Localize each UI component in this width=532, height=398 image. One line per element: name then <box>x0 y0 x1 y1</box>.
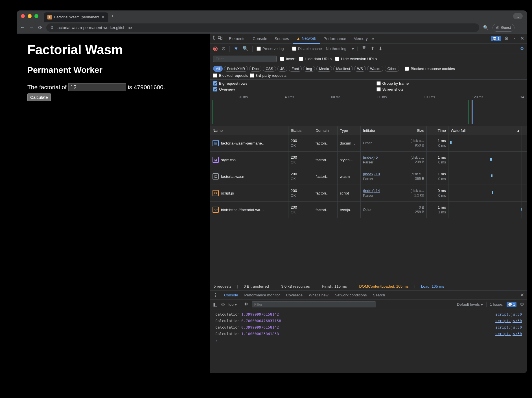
log-source-link[interactable]: script.js:30 <box>495 312 522 316</box>
console-log-line[interactable]: Calculation1.399999976158142script.js:30 <box>210 311 527 318</box>
col-name[interactable]: Name <box>210 126 288 135</box>
filter-pill-media[interactable]: Media <box>316 66 332 72</box>
filter-pill-img[interactable]: Img <box>303 66 315 72</box>
network-settings-icon[interactable]: ⚙ <box>520 46 524 52</box>
factorial-input[interactable] <box>68 83 126 91</box>
filter-toggle-icon[interactable]: ▼ <box>234 46 238 52</box>
devtools-close-button[interactable]: ✕ <box>520 36 524 41</box>
console-filter-input[interactable] <box>252 301 376 307</box>
tab-close-button[interactable]: ✕ <box>102 15 105 19</box>
tab-sources[interactable]: Sources <box>271 34 293 44</box>
hide-data-urls-checkbox[interactable]: Hide data URLs <box>299 57 332 61</box>
devtools-menu-button[interactable]: ⋮ <box>512 36 517 41</box>
log-source-link[interactable]: script.js:30 <box>495 332 522 336</box>
overview-timeline[interactable]: 20 ms40 ms60 ms80 ms100 ms120 ms14 <box>210 94 527 126</box>
log-source-link[interactable]: script.js:30 <box>495 319 522 323</box>
issue-chip[interactable]: 💬1 <box>507 302 516 307</box>
initiator-cell[interactable]: (index):5Parser <box>361 152 401 168</box>
browser-tab[interactable]: f Factorial Wasm (permanent ✕ <box>44 12 108 22</box>
tab-memory[interactable]: Memory <box>350 34 371 44</box>
record-button[interactable] <box>213 47 218 51</box>
console-settings-icon[interactable]: ⚙ <box>520 301 524 307</box>
console-prompt[interactable]: › <box>210 337 527 344</box>
filter-pill-manifest[interactable]: Manifest <box>333 66 353 72</box>
col-domain[interactable]: Domain <box>313 126 338 135</box>
tab-elements[interactable]: Elements <box>225 34 249 44</box>
disable-cache-checkbox[interactable]: Disable cache <box>292 47 322 51</box>
filter-input[interactable] <box>213 56 277 62</box>
console-clear-button[interactable]: ⊘ <box>221 301 225 307</box>
request-name-cell[interactable]: ◪style.css <box>210 152 288 168</box>
window-maximize-button[interactable] <box>34 14 38 18</box>
drawer-tab-coverage[interactable]: Coverage <box>286 293 303 297</box>
tab-performance[interactable]: Performance <box>320 34 350 44</box>
request-name-cell[interactable]: <>blob:https://factorial-wa… <box>210 202 288 218</box>
upload-har-icon[interactable]: ⬆ <box>371 46 375 52</box>
live-expression-icon[interactable]: 👁 <box>244 302 248 307</box>
blocked-requests-checkbox[interactable]: Blocked requests <box>213 73 248 78</box>
window-minimize-button[interactable] <box>28 14 32 18</box>
filter-pill-other[interactable]: Other <box>385 66 400 72</box>
drawer-tab-console[interactable]: Console <box>224 293 238 297</box>
zoom-icon[interactable]: 🔍 <box>483 25 489 30</box>
overview-checkbox[interactable]: Overview <box>213 87 235 91</box>
console-sidebar-toggle[interactable]: ◧ <box>213 301 218 307</box>
settings-icon[interactable]: ⚙ <box>504 36 509 41</box>
console-log-line[interactable]: Calculation0.7000000476837158script.js:3… <box>210 318 527 324</box>
col-type[interactable]: Type <box>338 126 361 135</box>
new-tab-button[interactable]: + <box>111 13 114 19</box>
drawer-close-button[interactable]: ✕ <box>520 292 524 298</box>
context-select[interactable]: top ▾ <box>228 302 240 307</box>
invert-checkbox[interactable]: Invert <box>280 57 295 61</box>
filter-pill-css[interactable]: CSS <box>263 66 276 72</box>
calculate-button[interactable]: Calculate <box>27 93 51 101</box>
drawer-tab-perfmon[interactable]: Performance monitor <box>244 293 280 297</box>
request-name-cell[interactable]: ▤factorial-wasm-permane… <box>210 135 288 152</box>
third-party-checkbox[interactable]: 3rd-party requests <box>250 73 287 78</box>
col-status[interactable]: Status <box>288 126 313 135</box>
back-button[interactable]: ← <box>20 25 25 30</box>
hide-ext-urls-checkbox[interactable]: Hide extension URLs <box>335 57 377 61</box>
download-har-icon[interactable]: ⬇ <box>378 46 382 52</box>
drawer-tab-search[interactable]: Search <box>373 293 385 297</box>
filter-pill-js[interactable]: JS <box>277 66 287 72</box>
throttling-select[interactable]: No throttling▾ <box>326 47 358 51</box>
site-settings-icon[interactable]: ⚙ <box>50 25 54 30</box>
col-size[interactable]: Size <box>401 126 427 135</box>
window-close-button[interactable] <box>21 14 25 18</box>
filter-pill-ws[interactable]: WS <box>354 66 366 72</box>
address-bar[interactable]: ⚙ factorial-wasm-permanent-worker.glitch… <box>46 23 479 32</box>
big-rows-checkbox[interactable]: Big request rows <box>213 81 248 86</box>
filter-pill-fetchxhr[interactable]: Fetch/XHR <box>224 66 248 72</box>
preserve-log-checkbox[interactable]: Preserve log <box>257 47 284 51</box>
col-initiator[interactable]: Initiator <box>361 126 401 135</box>
initiator-cell[interactable]: (index):10Parser <box>361 168 401 185</box>
filter-pill-wasm[interactable]: Wasm <box>367 66 383 72</box>
drawer-tab-netcond[interactable]: Network conditions <box>335 293 367 297</box>
drawer-menu-button[interactable]: ⋮ <box>213 292 218 298</box>
filter-pill-doc[interactable]: Doc <box>249 66 261 72</box>
device-toggle-icon[interactable] <box>218 35 223 42</box>
inspect-icon[interactable] <box>213 35 218 42</box>
col-time[interactable]: Time <box>427 126 448 135</box>
tab-network[interactable]: ▲Network <box>293 34 320 44</box>
browser-menu-button[interactable]: ⋮ <box>518 25 524 31</box>
request-name-cell[interactable]: <>script.js <box>210 185 288 202</box>
log-levels-select[interactable]: Default levels ▾ <box>457 302 487 307</box>
search-icon[interactable]: 🔍 <box>242 46 248 52</box>
window-dropdown-button[interactable]: ⌄ <box>513 13 523 19</box>
console-log-line[interactable]: Calculation1.100000023841858script.js:30 <box>210 331 527 337</box>
group-frame-checkbox[interactable]: Group by frame <box>376 81 409 86</box>
more-tabs-button[interactable]: » <box>371 36 374 41</box>
filter-pill-all[interactable]: All <box>213 66 223 72</box>
col-waterfall[interactable]: Waterfall▴ <box>448 126 522 135</box>
initiator-cell[interactable]: Other <box>361 135 401 152</box>
tab-console[interactable]: Console <box>249 34 271 44</box>
screenshots-checkbox[interactable]: Screenshots <box>376 87 404 91</box>
issues-chip[interactable]: 💬1 <box>491 36 501 41</box>
drawer-tab-whatsnew[interactable]: What's new <box>309 293 328 297</box>
filter-pill-font[interactable]: Font <box>289 66 302 72</box>
blocked-cookies-checkbox[interactable]: Blocked response cookies <box>405 67 455 71</box>
initiator-cell[interactable]: Other <box>361 202 401 218</box>
request-name-cell[interactable]: ⬓factorial.wasm <box>210 168 288 185</box>
